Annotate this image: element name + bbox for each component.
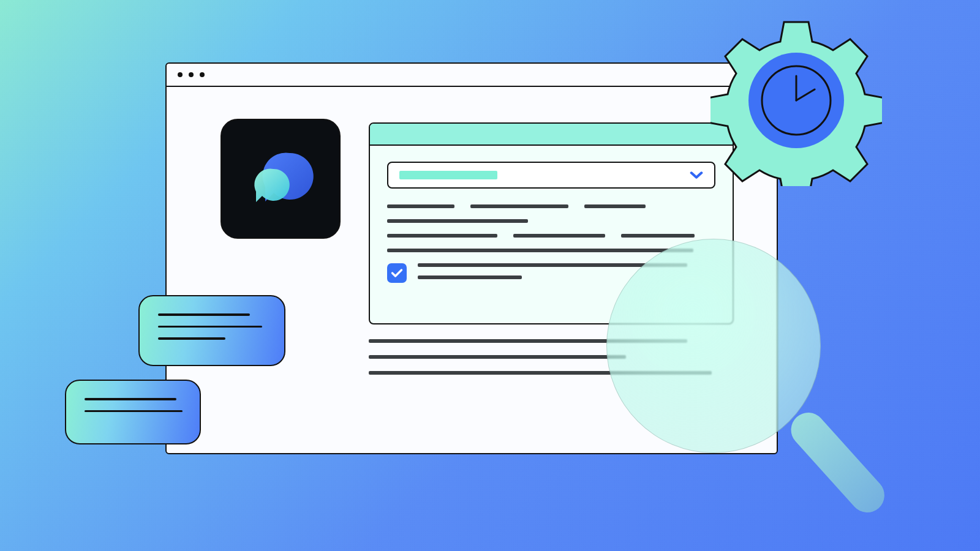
window-dot-icon [189, 72, 194, 77]
text-placeholder [387, 249, 693, 252]
text-placeholder [584, 204, 646, 208]
chat-bubble [138, 295, 285, 366]
text-placeholder [387, 234, 497, 238]
text-placeholder [387, 219, 528, 223]
chevron-down-icon [690, 171, 703, 179]
dropdown[interactable] [387, 162, 715, 189]
checkbox-label-placeholder [418, 263, 715, 288]
panel-header [370, 124, 733, 146]
window-dot-icon [200, 72, 205, 77]
app-icon [221, 119, 341, 239]
text-placeholder [158, 326, 262, 328]
text-placeholder [85, 410, 183, 413]
window-titlebar [167, 64, 777, 87]
text-placeholder [470, 204, 568, 208]
browser-window [165, 62, 778, 454]
text-placeholder [513, 234, 605, 238]
chat-bubble [65, 380, 201, 444]
text-placeholder [621, 234, 695, 238]
text-placeholder [158, 337, 225, 340]
body-text-placeholder [369, 339, 734, 387]
placeholder-text-block [387, 204, 715, 288]
text-placeholder [158, 313, 250, 316]
checkbox[interactable] [387, 263, 407, 283]
window-dot-icon [178, 72, 183, 77]
chat-bubble-icon [244, 142, 317, 216]
dropdown-value-placeholder [399, 171, 497, 179]
panel-body [370, 146, 733, 300]
settings-panel [369, 122, 734, 324]
text-placeholder [387, 204, 454, 208]
check-icon [391, 268, 403, 278]
text-placeholder [85, 398, 176, 400]
gear-clock-icon [710, 15, 882, 186]
